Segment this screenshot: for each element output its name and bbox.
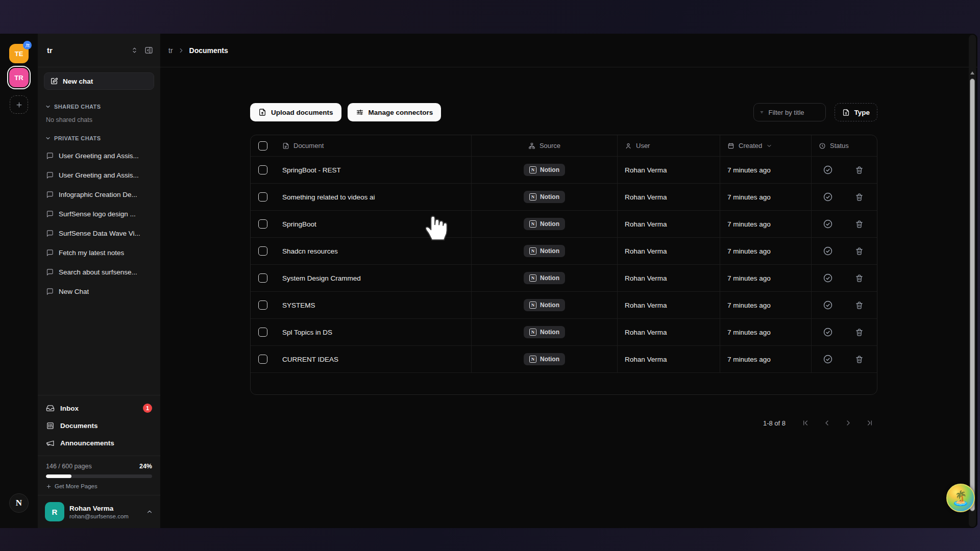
- delete-row-button[interactable]: [855, 301, 864, 310]
- message-square-icon: [46, 191, 54, 198]
- last-page-button[interactable]: [862, 415, 877, 431]
- row-created: 7 minutes ago: [727, 356, 771, 363]
- prev-page-button[interactable]: [819, 415, 835, 431]
- pagination-range: 1-8 of 8: [763, 419, 786, 427]
- upload-documents-button[interactable]: Upload documents: [250, 103, 341, 121]
- sidebar: tr New chat SHARED CHATS No shared chats…: [38, 34, 160, 528]
- chat-item-label: Fetch my latest notes: [59, 249, 124, 257]
- source-label: Notion: [540, 356, 559, 363]
- chevron-down-icon: [45, 104, 51, 110]
- island-extension-icon[interactable]: 🏝️: [946, 484, 975, 512]
- chat-item[interactable]: User Greeting and Assis...: [38, 146, 160, 165]
- get-more-pages-button[interactable]: Get More Pages: [46, 483, 152, 489]
- status-success-icon: [823, 354, 833, 364]
- message-square-icon: [46, 152, 54, 160]
- delete-row-button[interactable]: [855, 274, 864, 283]
- type-filter-button[interactable]: Type: [835, 103, 877, 121]
- workspace-avatar-te[interactable]: TE: [9, 44, 29, 63]
- filter-by-title-field[interactable]: [753, 103, 826, 121]
- table-row[interactable]: Something related to videos aiNNotionRoh…: [251, 184, 877, 211]
- chat-item[interactable]: New Chat: [38, 282, 160, 301]
- row-user: Rohan Verma: [625, 329, 667, 336]
- notion-logo-button[interactable]: N: [9, 493, 29, 513]
- row-created: 7 minutes ago: [727, 193, 771, 201]
- row-user: Rohan Verma: [625, 247, 667, 255]
- workspace-name: tr: [47, 46, 125, 55]
- source-badge: NNotion: [524, 326, 565, 338]
- sidebar-item-documents[interactable]: Documents: [44, 417, 154, 434]
- manage-connectors-button[interactable]: Manage connectors: [348, 103, 442, 121]
- column-header-document[interactable]: Document: [275, 135, 471, 156]
- library-icon: [46, 421, 55, 430]
- calendar-icon: [727, 142, 734, 149]
- filter-by-title-input[interactable]: [768, 109, 819, 116]
- delete-row-button[interactable]: [855, 328, 864, 337]
- source-badge: NNotion: [524, 245, 565, 257]
- first-page-button[interactable]: [798, 415, 813, 431]
- table-row[interactable]: SYSTEMSNNotionRohan Verma7 minutes ago: [251, 292, 877, 319]
- row-checkbox[interactable]: [258, 355, 267, 364]
- column-header-created[interactable]: Created: [720, 135, 811, 156]
- column-header-status[interactable]: Status: [811, 135, 877, 156]
- table-row[interactable]: Spl Topics in DSNNotionRohan Verma7 minu…: [251, 319, 877, 346]
- chat-item[interactable]: Infographic Creation De...: [38, 185, 160, 204]
- sidebar-item-announcements[interactable]: Announcements: [44, 434, 154, 452]
- main-scrollbar[interactable]: [969, 35, 976, 527]
- row-checkbox[interactable]: [258, 165, 267, 174]
- collapse-sidebar-icon[interactable]: [144, 46, 153, 55]
- row-checkbox[interactable]: [258, 273, 267, 283]
- select-all-checkbox[interactable]: [258, 141, 267, 151]
- table-row[interactable]: Shadcn resourcesNNotionRohan Verma7 minu…: [251, 238, 877, 265]
- scroll-up-arrow-icon[interactable]: [970, 71, 974, 74]
- clock-icon: [819, 142, 826, 149]
- workspace-initials: TR: [14, 74, 23, 82]
- table-row[interactable]: CURRENT IDEASNNotionRohan Verma7 minutes…: [251, 346, 877, 373]
- add-workspace-button[interactable]: [10, 95, 28, 114]
- status-success-icon: [823, 273, 833, 283]
- inbox-icon: [46, 404, 55, 413]
- row-checkbox[interactable]: [258, 192, 267, 202]
- inbox-unread-badge: 1: [143, 404, 152, 413]
- pages-progress-fill: [46, 474, 71, 478]
- scrollbar-thumb[interactable]: [970, 79, 975, 511]
- chat-item[interactable]: User Greeting and Assis...: [38, 165, 160, 185]
- delete-row-button[interactable]: [855, 220, 864, 229]
- chat-item[interactable]: Search about surfsense...: [38, 262, 160, 282]
- column-header-user[interactable]: User: [617, 135, 720, 156]
- delete-row-button[interactable]: [855, 193, 864, 202]
- sidebar-item-inbox[interactable]: Inbox 1: [44, 399, 154, 417]
- row-checkbox[interactable]: [258, 300, 267, 310]
- chat-item[interactable]: SurfSense logo design ...: [38, 204, 160, 223]
- workspace-avatar-tr[interactable]: TR: [9, 68, 29, 87]
- workspace-switcher-icon[interactable]: [131, 46, 138, 54]
- next-page-button[interactable]: [841, 415, 856, 431]
- chat-item[interactable]: Fetch my latest notes: [38, 243, 160, 262]
- shared-chats-section[interactable]: SHARED CHATS: [38, 102, 160, 111]
- breadcrumb-root[interactable]: tr: [168, 46, 173, 55]
- user-profile-button[interactable]: R Rohan Verma rohan@surfsense.com: [38, 495, 160, 528]
- sidebar-bottom: Inbox 1 Documents Announcements: [38, 395, 160, 528]
- row-checkbox[interactable]: [258, 219, 267, 229]
- new-chat-button[interactable]: New chat: [44, 72, 154, 90]
- workspace-rail: TE TR N: [0, 34, 38, 528]
- private-chats-section[interactable]: PRIVATE CHATS: [38, 134, 160, 143]
- plus-icon: [46, 484, 52, 489]
- table-row[interactable]: SpringBootNNotionRohan Verma7 minutes ag…: [251, 211, 877, 238]
- chat-item-label: Infographic Creation De...: [59, 191, 137, 198]
- source-badge: NNotion: [524, 218, 565, 230]
- document-title: Shadcn resources: [282, 247, 338, 255]
- table-row[interactable]: SpringBoot - RESTNNotionRohan Verma7 min…: [251, 157, 877, 184]
- column-header-source[interactable]: Source: [471, 135, 617, 156]
- delete-row-button[interactable]: [855, 247, 864, 256]
- row-created: 7 minutes ago: [727, 274, 771, 282]
- row-checkbox[interactable]: [258, 328, 267, 337]
- delete-row-button[interactable]: [855, 166, 864, 174]
- source-label: Notion: [540, 247, 559, 255]
- file-type-icon: [842, 109, 850, 116]
- row-checkbox[interactable]: [258, 246, 267, 256]
- table-row[interactable]: System Design CrammedNNotionRohan Verma7…: [251, 265, 877, 292]
- delete-row-button[interactable]: [855, 355, 864, 364]
- message-square-icon: [46, 288, 54, 295]
- chat-item[interactable]: SurfSense Data Wave Vi...: [38, 223, 160, 243]
- chat-item-label: SurfSense Data Wave Vi...: [59, 230, 140, 237]
